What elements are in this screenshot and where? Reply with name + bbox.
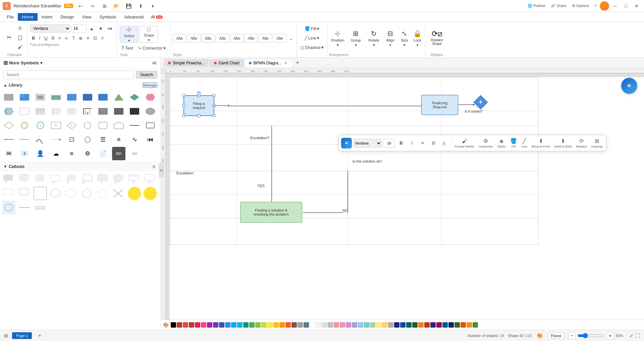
sidebar-dropdown-icon[interactable]: ▾ — [40, 61, 42, 65]
symbol-grid-item[interactable]: 📄 — [96, 147, 110, 160]
callout-item[interactable] — [112, 173, 125, 186]
underline-btn[interactable]: U — [43, 34, 49, 42]
tab-add-btn[interactable]: + — [293, 59, 302, 67]
callout-item[interactable] — [81, 187, 94, 200]
color-swatch-gray3[interactable] — [328, 322, 333, 328]
color-swatch-midnight[interactable] — [448, 322, 454, 328]
color-swatch-light-red[interactable] — [334, 322, 339, 328]
line-btn[interactable]: ╱ Line ▾ — [299, 34, 325, 42]
symbol-grid-item[interactable] — [34, 91, 47, 104]
save-btn[interactable]: 💾 — [124, 2, 133, 10]
menu-insert[interactable]: Insert — [38, 13, 57, 21]
publish-btn[interactable]: 🌐 Publish — [526, 3, 547, 9]
abc-style-4[interactable]: Abc — [216, 34, 229, 43]
callout-item[interactable] — [81, 173, 94, 186]
color-swatch-darkpurple[interactable] — [430, 322, 436, 328]
color-swatch-darkpink[interactable] — [436, 322, 442, 328]
symbol-grid-item[interactable]: ≡ — [65, 147, 78, 160]
color-swatch-light-purple[interactable] — [346, 322, 351, 328]
symbol-grid-item[interactable]: ∿ — [128, 133, 141, 146]
align-btn[interactable]: ≡▾ — [106, 24, 114, 33]
symbol-grid-item[interactable]: ≡≡ — [128, 147, 141, 160]
color-swatch-orange2[interactable] — [285, 322, 291, 328]
send-to-back-btn[interactable]: ⬇ Send to Back — [553, 137, 574, 149]
color-swatch-light-teal[interactable] — [364, 322, 369, 328]
page-tab-1[interactable]: Page-1 — [12, 332, 32, 339]
styles-more-btn[interactable]: ⌄ — [287, 34, 294, 43]
color-swatch-white[interactable] — [310, 322, 315, 328]
abc-style-7[interactable]: Abc — [259, 34, 272, 43]
color-swatch-darkcyan[interactable] — [406, 322, 412, 328]
shadow-btn[interactable]: ◻ Shadow ▾ — [299, 43, 325, 52]
text-style-btn[interactable]: T — [70, 34, 76, 42]
ft-fill-btn[interactable]: 🪣 Fill — [509, 137, 518, 149]
replace-shape-btn[interactable]: ⟳⧄ Replace Shape — [429, 23, 444, 52]
fill-btn[interactable]: 🪣 Fill ▾ — [299, 24, 325, 33]
options-btn[interactable]: ⚙ Options — [570, 3, 591, 9]
font-family-select[interactable]: Verdana — [30, 24, 70, 33]
strikethrough-btn[interactable]: S — [50, 34, 56, 42]
zoom-slider[interactable] — [578, 333, 604, 338]
symbol-grid-item[interactable] — [144, 105, 157, 118]
fit-btn[interactable]: ⤢ — [629, 333, 633, 338]
align-arr-btn[interactable]: ⊟ Align▾ — [383, 30, 397, 47]
color-swatch-darkgreen[interactable] — [412, 322, 418, 328]
symbol-grid-item[interactable]: + — [65, 133, 78, 146]
symbol-grid-item[interactable] — [2, 105, 15, 118]
color-swatch-teal[interactable] — [243, 322, 249, 328]
export-btn[interactable]: ⬆ — [136, 2, 146, 10]
symbol-grid-item[interactable]: + — [49, 119, 63, 132]
ft-align2-btn[interactable]: ⊟ — [429, 138, 438, 148]
symbol-grid-item[interactable] — [112, 91, 125, 104]
symbol-grid-item[interactable] — [144, 91, 157, 104]
format-paint-btn[interactable]: 🖌 — [15, 43, 24, 51]
symbol-grid-item[interactable] — [49, 133, 63, 146]
page-layout-btn[interactable]: ⊞ — [4, 333, 8, 338]
symbol-grid-item[interactable]: ⏮ — [144, 133, 157, 146]
menu-home[interactable]: Home — [18, 13, 38, 21]
callout-item[interactable] — [34, 201, 47, 214]
callout-item[interactable] — [2, 201, 15, 214]
color-swatch-darkred[interactable] — [177, 322, 182, 328]
text-tool-btn[interactable]: T Text — [120, 44, 135, 52]
undo-btn[interactable]: ↩ — [76, 2, 85, 10]
color-swatch-black[interactable] — [171, 322, 176, 328]
color-swatch-yellow[interactable] — [267, 322, 273, 328]
color-btn[interactable]: A — [99, 34, 106, 42]
font-size-up-btn[interactable]: ▲ — [88, 24, 96, 33]
symbol-grid-item[interactable]: btn — [112, 147, 125, 160]
callout-item[interactable] — [144, 187, 157, 200]
callout-item[interactable] — [49, 187, 63, 200]
color-swatch-forest[interactable] — [454, 322, 460, 328]
symbol-grid-item[interactable]: ☰ — [96, 133, 110, 146]
page-add-btn[interactable]: + — [36, 332, 43, 339]
menu-symbols[interactable]: Symbols — [96, 13, 120, 21]
color-swatch-olive[interactable] — [473, 322, 478, 328]
group-btn[interactable]: ⊞ Group▾ — [347, 30, 365, 47]
symbol-grid-item[interactable]: ✉ — [2, 147, 15, 160]
symbol-grid-item[interactable] — [2, 119, 15, 132]
symbol-grid-item[interactable] — [144, 119, 157, 132]
menu-view[interactable]: View — [78, 13, 96, 21]
symbol-grid-item[interactable]: 👤 — [34, 147, 47, 160]
color-swatch-light-blue[interactable] — [358, 322, 363, 328]
ai-assist-circle[interactable]: M — [621, 78, 637, 94]
ft-font-family[interactable]: Verdana — [353, 139, 382, 148]
list-btn[interactable]: ≣ — [77, 34, 84, 42]
avatar[interactable] — [600, 1, 609, 11]
symbol-grid-item[interactable]: ≡ — [112, 133, 125, 146]
superscript-btn[interactable]: x² — [57, 34, 63, 42]
symbol-grid-item[interactable] — [34, 133, 47, 146]
edraw-ai-icon[interactable]: AI — [341, 138, 352, 149]
color-swatch-darkblue2[interactable] — [400, 322, 406, 328]
ft-align-btn[interactable]: ≡ — [418, 138, 427, 148]
color-swatch-light-pink[interactable] — [340, 322, 345, 328]
search-input[interactable] — [3, 70, 134, 79]
symbol-grid-item[interactable] — [18, 119, 31, 132]
callout-item[interactable] — [112, 187, 125, 200]
symbol-grid-item[interactable]: ☁ — [49, 147, 63, 160]
callout-item[interactable] — [18, 173, 31, 186]
ft-italic-btn[interactable]: I — [407, 138, 417, 148]
callouts-close-btn[interactable]: ✕ — [151, 163, 157, 170]
callout-item[interactable] — [2, 187, 15, 200]
